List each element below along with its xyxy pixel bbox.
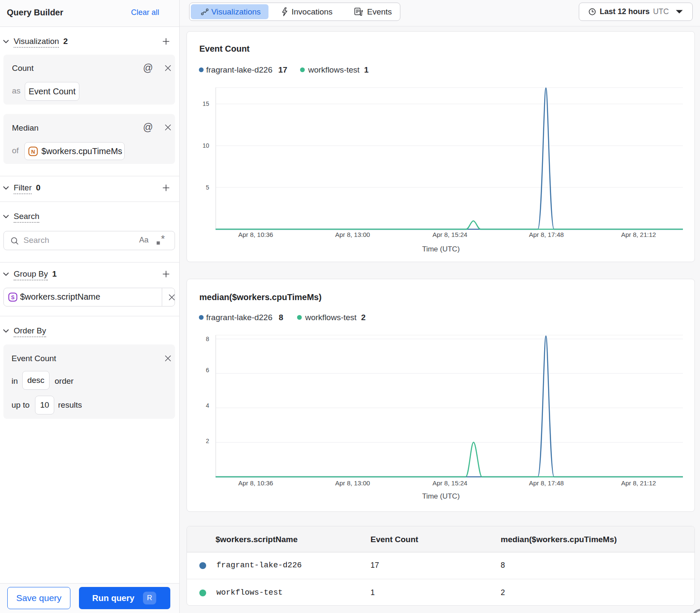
svg-text:N: N <box>31 149 35 155</box>
svg-text:*: * <box>161 234 165 245</box>
svg-text:S: S <box>11 295 15 301</box>
